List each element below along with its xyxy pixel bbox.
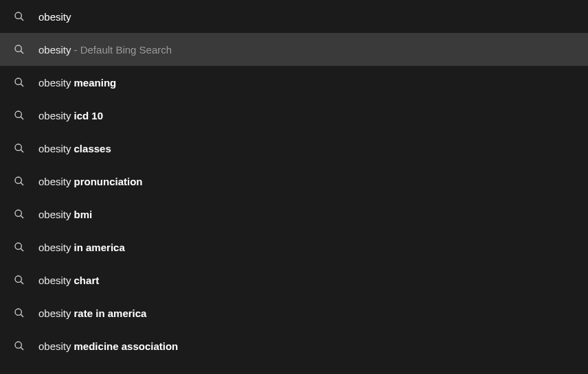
svg-point-0: [15, 12, 21, 19]
svg-line-11: [21, 183, 23, 185]
suggestion-prefix: obesity: [38, 143, 71, 154]
suggestion-completion: meaning: [74, 77, 117, 89]
suggestion-prefix: obesity: [38, 44, 71, 56]
search-icon: [14, 110, 25, 121]
suggestion-item[interactable]: obesityin america: [0, 231, 588, 264]
suggestion-completion: medicine association: [74, 340, 179, 352]
svg-point-18: [15, 309, 21, 315]
search-icon: [14, 143, 25, 154]
svg-line-15: [21, 248, 23, 251]
search-icon: [14, 307, 25, 318]
svg-line-13: [21, 215, 23, 218]
suggestion-completion: icd 10: [74, 110, 104, 121]
svg-line-9: [21, 150, 23, 152]
suggestion-completion: classes: [74, 143, 111, 154]
svg-line-1: [21, 18, 23, 21]
svg-point-8: [15, 144, 21, 150]
suggestion-prefix: obesity: [38, 242, 71, 253]
address-bar[interactable]: [0, 0, 588, 33]
suggestion-item[interactable]: obesitypronunciation: [0, 165, 588, 198]
search-icon: [14, 176, 25, 187]
search-icon: [14, 274, 25, 285]
suggestion-prefix: obesity: [38, 176, 71, 187]
suggestion-completion: in america: [74, 242, 125, 253]
suggestion-item[interactable]: obesityicd 10: [0, 99, 588, 132]
svg-point-10: [15, 177, 21, 183]
suggestion-item[interactable]: obesityrate in america: [0, 296, 588, 329]
suggestion-item[interactable]: obesityclasses: [0, 132, 588, 165]
search-icon: [14, 209, 25, 220]
suggestion-completion: rate in america: [74, 307, 147, 319]
svg-point-4: [15, 78, 21, 84]
suggestion-prefix: obesity: [38, 307, 71, 319]
svg-point-2: [15, 45, 21, 51]
suggestion-prefix: obesity: [38, 340, 71, 352]
search-icon: [14, 77, 25, 88]
suggestion-completion: bmi: [74, 209, 93, 220]
suggestion-completion: pronunciation: [74, 176, 143, 187]
suggestions-list: obesity- Default Bing Searchobesitymeani…: [0, 33, 588, 362]
search-icon: [14, 242, 25, 253]
suggestion-prefix: obesity: [38, 110, 71, 121]
search-icon: [14, 340, 25, 351]
suggestion-item[interactable]: obesity- Default Bing Search: [0, 33, 588, 66]
suggestion-completion: chart: [74, 274, 100, 286]
suggestion-prefix: obesity: [38, 77, 71, 89]
svg-point-16: [15, 276, 21, 282]
suggestion-tail: - Default Bing Search: [74, 44, 172, 56]
svg-line-7: [21, 117, 23, 119]
svg-point-20: [15, 342, 21, 348]
suggestion-item[interactable]: obesitybmi: [0, 198, 588, 231]
svg-point-14: [15, 243, 21, 249]
search-icon: [14, 44, 25, 55]
svg-line-19: [21, 314, 23, 317]
suggestion-item[interactable]: obesitychart: [0, 264, 588, 296]
svg-line-17: [21, 281, 23, 284]
svg-line-3: [21, 51, 23, 54]
svg-line-21: [21, 347, 23, 350]
suggestion-prefix: obesity: [38, 274, 71, 286]
svg-line-5: [21, 84, 23, 86]
suggestion-item[interactable]: obesitymedicine association: [0, 329, 588, 362]
search-input[interactable]: [38, 11, 588, 23]
suggestion-prefix: obesity: [38, 209, 71, 220]
svg-point-12: [15, 210, 21, 216]
suggestion-item[interactable]: obesitymeaning: [0, 66, 588, 99]
search-icon: [14, 11, 25, 22]
svg-point-6: [15, 111, 21, 117]
